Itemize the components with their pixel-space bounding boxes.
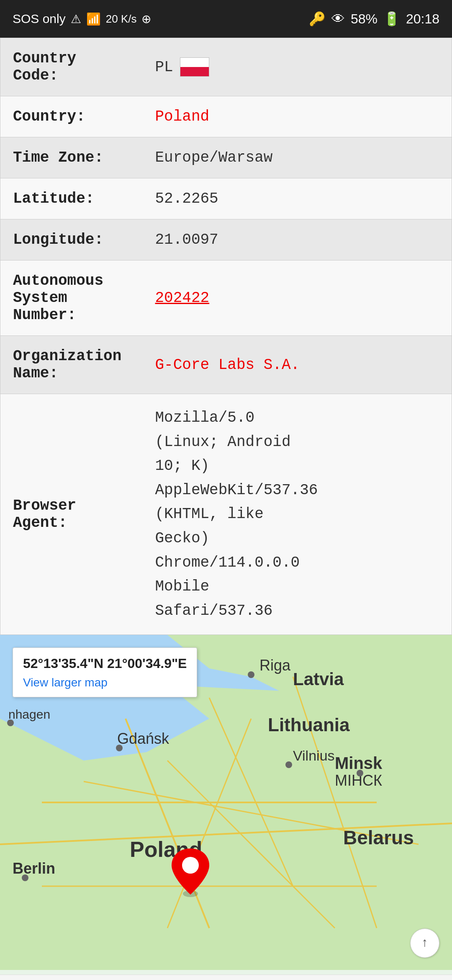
label-longitude: Longitude: xyxy=(0,219,143,260)
label-asn: Autonomous System Number: xyxy=(0,260,143,336)
value-longitude: 21.0097 xyxy=(143,219,452,260)
table-row: Longitude: 21.0097 xyxy=(0,219,452,260)
time-display: 20:18 xyxy=(406,11,439,27)
wifi-icon: 📶 xyxy=(86,12,101,26)
label-latitude: Latitude: xyxy=(0,178,143,219)
flag-white xyxy=(180,58,209,67)
table-row: Country Code: PL xyxy=(0,38,452,96)
country-value: Poland xyxy=(155,108,210,125)
map-coordinates: 52°13'35.4"N 21°00'34.9"E xyxy=(23,656,187,671)
sos-text: SOS only xyxy=(13,12,66,26)
svg-point-25 xyxy=(116,745,123,751)
org-value: G-Core Labs S.A. xyxy=(155,356,300,374)
label-timezone: Time Zone: xyxy=(0,137,143,178)
key-icon: 🔑 xyxy=(309,11,326,27)
data-icon: ⊕ xyxy=(141,12,151,26)
svg-point-32 xyxy=(182,857,199,874)
status-right: 🔑 👁 58% 🔋 20:18 xyxy=(309,11,439,27)
svg-text:Vilnius: Vilnius xyxy=(293,748,335,763)
asn-link[interactable]: 202422 xyxy=(155,289,210,307)
label-org: Organization Name: xyxy=(0,336,143,394)
view-larger-map-link[interactable]: View larger map xyxy=(23,676,187,689)
svg-point-19 xyxy=(285,761,292,768)
value-browser-agent: Mozilla/5.0(Linux; Android10; K)AppleWeb… xyxy=(143,394,452,635)
table-row: Time Zone: Europe/Warsaw xyxy=(0,137,452,178)
svg-text:nhagen: nhagen xyxy=(8,707,50,721)
svg-text:Lithuania: Lithuania xyxy=(268,714,350,735)
table-row: Latitude: 52.2265 xyxy=(0,178,452,219)
status-bar: SOS only ⚠ 📶 20 K/s ⊕ 🔑 👁 58% 🔋 20:18 xyxy=(0,0,452,38)
battery-text: 58% xyxy=(351,11,378,27)
table-row: Country: Poland xyxy=(0,96,452,137)
country-code-text: PL xyxy=(155,59,173,76)
svg-point-28 xyxy=(22,874,28,881)
flag-red xyxy=(180,67,209,76)
scroll-up-icon: ↑ xyxy=(421,936,429,950)
table-row: Organization Name: G-Core Labs S.A. xyxy=(0,336,452,394)
value-country-code: PL xyxy=(143,38,452,96)
svg-point-30 xyxy=(7,720,14,726)
svg-point-16 xyxy=(248,671,254,678)
value-timezone: Europe/Warsaw xyxy=(143,137,452,178)
battery-icon: 🔋 xyxy=(383,11,400,27)
value-org: G-Core Labs S.A. xyxy=(143,336,452,394)
table-row: Autonomous System Number: 202422 xyxy=(0,260,452,336)
info-table: Country Code: PL Country: Poland Time Zo… xyxy=(0,38,452,635)
svg-text:Latvia: Latvia xyxy=(293,669,344,689)
svg-text:Gdańsk: Gdańsk xyxy=(117,730,170,747)
eye-icon: 👁 xyxy=(331,11,345,27)
poland-flag xyxy=(180,57,209,77)
svg-text:Berlin: Berlin xyxy=(13,860,55,877)
value-asn[interactable]: 202422 xyxy=(143,260,452,336)
svg-text:Belarus: Belarus xyxy=(343,827,414,848)
nav-bar xyxy=(0,975,452,980)
speed-text: 20 K/s xyxy=(106,13,137,26)
table-row: Browser Agent: Mozilla/5.0(Linux; Androi… xyxy=(0,394,452,635)
label-country-code: Country Code: xyxy=(0,38,143,96)
alert-icon: ⚠ xyxy=(71,12,81,26)
map-popup: 52°13'35.4"N 21°00'34.9"E View larger ma… xyxy=(13,647,197,697)
svg-text:Minsk: Minsk xyxy=(335,754,383,772)
scroll-up-button[interactable]: ↑ xyxy=(410,928,439,958)
svg-point-22 xyxy=(357,770,363,776)
label-country: Country: xyxy=(0,96,143,137)
value-latitude: 52.2265 xyxy=(143,178,452,219)
value-country: Poland xyxy=(143,96,452,137)
status-left: SOS only ⚠ 📶 20 K/s ⊕ xyxy=(13,12,151,26)
map-section[interactable]: Latvia Riga Lithuania Vilnius Minsk МІНС… xyxy=(0,635,452,975)
svg-text:Riga: Riga xyxy=(259,657,291,674)
label-browser-agent: Browser Agent: xyxy=(0,394,143,635)
